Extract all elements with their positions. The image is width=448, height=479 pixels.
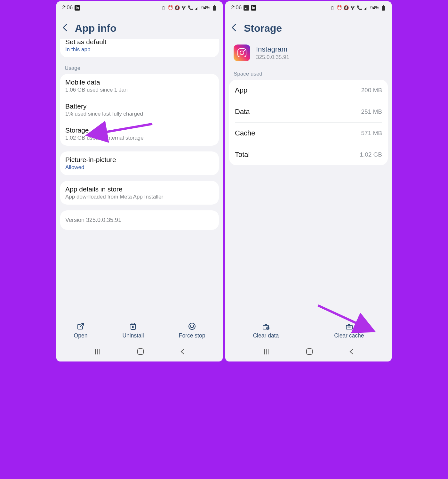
battery-row[interactable]: Battery 1% used since last fully charged [60,98,219,122]
volte-icon: 📞 [188,5,193,11]
back-icon[interactable] [62,23,68,34]
mute-icon: 🔇 [343,5,349,11]
nav-back-icon[interactable] [180,348,186,356]
bottom-actions: Open Uninstall Force stop [56,320,223,342]
store-row[interactable]: App details in store App downloaded from… [60,181,219,205]
bottom-actions: Clear data Clear cache [225,320,392,342]
set-default-card[interactable]: Set as default In this app [60,39,219,57]
status-bar: 2:06 in ▯ ⏰ 🔇 📞 94% [56,1,223,13]
forcestop-button[interactable]: Force stop [176,321,209,340]
svg-rect-24 [382,6,385,11]
svg-marker-11 [190,325,194,328]
svg-rect-20 [365,8,366,10]
mute-icon: 🔇 [174,5,180,11]
space-used-label: Space used [229,69,388,80]
svg-rect-22 [368,6,368,10]
cleardata-icon [262,322,270,330]
linkedin-icon: in [75,5,80,11]
row-cache: Cache 571 MB [235,122,382,144]
status-time: 2:06 [231,4,242,11]
header: App info [56,13,223,39]
svg-rect-5 [214,5,215,6]
battery-icon [212,5,217,11]
usage-label: Usage [60,63,219,74]
battery-pct: 94% [370,5,379,10]
alarm-icon: ⏰ [168,5,173,11]
status-right: ▯ ⏰ 🔇 📞 94% [161,5,217,11]
set-default-sub: In this app [65,46,214,53]
set-default-title: Set as default [65,39,214,46]
svg-line-7 [80,323,84,327]
page-title: App info [75,22,116,34]
wifi-icon [181,5,187,11]
volte-icon: 📞 [357,5,362,11]
row-app: App 200 MB [235,80,382,101]
svg-rect-32 [307,349,312,354]
row-total: Total 1.02 GB [235,144,382,165]
version-card: Version 325.0.0.35.91 [60,210,219,230]
svg-rect-2 [196,8,197,10]
back-icon[interactable] [231,23,237,34]
status-time: 2:06 [62,4,73,11]
open-button[interactable]: Open [71,321,91,340]
phone-left: 2:06 in ▯ ⏰ 🔇 📞 94% App info [56,1,223,361]
page-title: Storage [244,22,282,34]
space-card: App 200 MB Data 251 MB Cache 571 MB Tota… [229,80,388,165]
svg-rect-3 [197,7,198,10]
forcestop-icon [188,322,196,330]
status-right: ▯ ⏰ 🔇 📞 94% [330,5,386,11]
linkedin-icon: in [251,5,256,11]
nav-recents-icon[interactable] [262,348,270,356]
svg-point-10 [189,323,195,329]
app-header: Instagram 325.0.0.35.91 [229,39,388,69]
signal-icon [195,5,200,11]
svg-rect-15 [138,349,143,354]
storage-row[interactable]: Storage 1.02 GB used in Internal storage [60,122,219,146]
nav-home-icon[interactable] [306,348,313,356]
phone-right: 2:06 in ▯ ⏰ 🔇 📞 94% Storage [225,1,392,361]
nav-bar [225,342,392,361]
uninstall-button[interactable]: Uninstall [119,321,147,340]
header: Storage [225,13,392,39]
app-version: 325.0.0.35.91 [256,54,289,61]
svg-rect-4 [199,6,199,10]
nav-home-icon[interactable] [137,348,144,356]
clearcache-icon [345,322,353,330]
signal-icon [364,5,369,11]
svg-rect-19 [364,9,364,10]
clearcache-button[interactable]: Clear cache [331,321,367,340]
status-bar: 2:06 in ▯ ⏰ 🔇 📞 94% [225,1,392,13]
instagram-icon [234,45,250,61]
picture-notif-icon [244,5,249,11]
nav-back-icon[interactable] [349,348,355,356]
open-icon [76,322,85,330]
trash-icon [129,322,137,330]
wifi-icon [350,5,356,11]
alarm-icon: ⏰ [337,5,342,11]
mobile-data-row[interactable]: Mobile data 1.06 GB used since 1 Jan [60,74,219,98]
app-name: Instagram [256,45,289,53]
svg-rect-21 [366,7,367,10]
battery-pct: 94% [201,5,210,10]
svg-point-18 [353,9,353,10]
cleardata-button[interactable]: Clear data [250,321,282,340]
svg-rect-1 [195,9,196,10]
battery-saver-icon: ▯ [161,5,166,11]
svg-rect-6 [213,6,216,11]
row-data: Data 251 MB [235,101,382,122]
svg-point-0 [184,9,184,10]
battery-icon [380,5,386,11]
svg-rect-23 [383,5,384,6]
battery-saver-icon: ▯ [330,5,335,11]
pip-row[interactable]: Picture-in-picture Allowed [60,151,219,175]
nav-bar [56,342,223,361]
nav-recents-icon[interactable] [93,348,101,356]
